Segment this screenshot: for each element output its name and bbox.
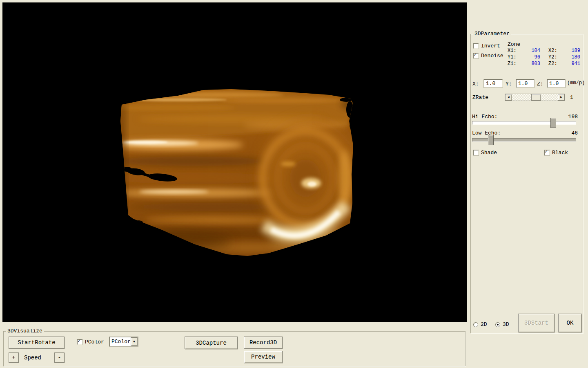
pcolor-checkbox[interactable]: ✓: [77, 339, 82, 345]
zrate-track[interactable]: [512, 94, 558, 101]
scale-y-input[interactable]: 1.0: [516, 79, 534, 88]
scale-unit-label: (mm/p): [567, 80, 585, 86]
parameter-group-title: 3DParameter: [473, 31, 511, 37]
low-echo-thumb[interactable]: [488, 135, 494, 145]
mode-2d-label: 2D: [481, 321, 487, 328]
hi-echo-thumb[interactable]: [550, 118, 556, 128]
start-rotate-button[interactable]: StartRotate: [9, 337, 65, 349]
black-label: Black: [552, 150, 568, 156]
zone-z1-value: 803: [519, 61, 540, 67]
capture-3d-button[interactable]: 3DCapture: [185, 337, 238, 349]
scale-x-label: X:: [472, 81, 479, 87]
zrate-thumb[interactable]: [531, 94, 541, 101]
low-echo-slider[interactable]: [472, 135, 576, 146]
app-window: { "icons": { "check": "✓", "dropdown_arr…: [0, 0, 588, 368]
visualize-group-title: 3DVisualize: [6, 328, 44, 334]
check-icon: ✓: [78, 339, 80, 343]
scale-z-label: Z:: [537, 81, 543, 87]
shade-checkbox-row: Shade: [473, 150, 497, 156]
invert-label: Invert: [481, 43, 500, 49]
denoise-checkbox[interactable]: ✓: [473, 53, 479, 58]
speed-label: Speed: [24, 355, 41, 361]
zone-y2-value: 180: [559, 54, 580, 60]
speed-minus-button[interactable]: -: [54, 352, 65, 363]
mode-3d-radio[interactable]: [495, 322, 500, 327]
scale-y-label: Y:: [506, 81, 512, 87]
black-checkbox-row: ✓ Black: [544, 150, 568, 156]
zone-x2-value: 189: [559, 48, 580, 54]
mode-3d-label: 3D: [503, 321, 509, 328]
zone-x1-value: 104: [519, 48, 540, 54]
zone-z1-label: Z1:: [508, 61, 517, 67]
invert-checkbox-row: Invert: [473, 43, 500, 49]
mode-2d-radio-row: 2D: [473, 321, 487, 328]
zone-y1-value: 96: [519, 54, 540, 60]
shade-checkbox[interactable]: [473, 150, 479, 155]
preview-button[interactable]: Preview: [244, 351, 283, 363]
zone-z2-label: Z2:: [548, 61, 557, 67]
pcolor-checkbox-row: ✓ PColor: [77, 339, 104, 345]
zone-x1-label: X1:: [508, 48, 517, 54]
hi-echo-groove[interactable]: [472, 121, 576, 125]
speed-plus-button[interactable]: +: [9, 352, 19, 363]
scale-x-input[interactable]: 1.0: [484, 79, 503, 88]
parameter-groupbox: 3DParameter Invert ✓ Denoise Zone X1: 10…: [470, 34, 583, 333]
zrate-scrollbar[interactable]: ◄ ►: [505, 94, 565, 101]
denoise-label: Denoise: [481, 53, 503, 59]
zone-z2-value: 941: [559, 61, 580, 67]
zrate-label: ZRate: [472, 94, 488, 101]
mode-3d-radio-row: 3D: [495, 321, 509, 328]
zone-x2-label: X2:: [548, 48, 557, 54]
pcolor-dropdown[interactable]: PColor ▼: [109, 337, 138, 346]
zone-label: Zone: [508, 41, 520, 47]
pcolor-checkbox-label: PColor: [85, 339, 104, 345]
pcolor-dropdown-value: PColor: [110, 337, 131, 346]
black-checkbox[interactable]: ✓: [544, 150, 550, 155]
shade-label: Shade: [481, 150, 497, 156]
zone-y1-label: Y1:: [508, 54, 517, 60]
mode-2d-radio[interactable]: [473, 322, 478, 327]
visualize-groupbox: 3DVisualize StartRotate + Speed - ✓ PCol…: [3, 331, 466, 366]
zone-y2-label: Y2:: [548, 54, 557, 60]
scale-z-input[interactable]: 1.0: [547, 79, 565, 88]
invert-checkbox[interactable]: [473, 43, 479, 49]
ok-button[interactable]: OK: [558, 314, 582, 332]
ultrasound-3d-volume: [2, 2, 467, 322]
dropdown-arrow-icon[interactable]: ▼: [131, 337, 138, 346]
zrate-scroll-right-icon[interactable]: ►: [558, 94, 565, 101]
denoise-checkbox-row: ✓ Denoise: [473, 53, 503, 59]
zrate-scroll-left-icon[interactable]: ◄: [505, 94, 512, 101]
zrate-value: 1: [570, 94, 573, 101]
hi-echo-slider[interactable]: [472, 118, 576, 128]
check-icon: ✓: [474, 52, 477, 57]
check-icon: ✓: [545, 149, 548, 154]
render-viewport[interactable]: [2, 2, 467, 322]
record-3d-button[interactable]: Record3D: [244, 337, 283, 349]
start-3d-button[interactable]: 3DStart: [518, 314, 555, 332]
